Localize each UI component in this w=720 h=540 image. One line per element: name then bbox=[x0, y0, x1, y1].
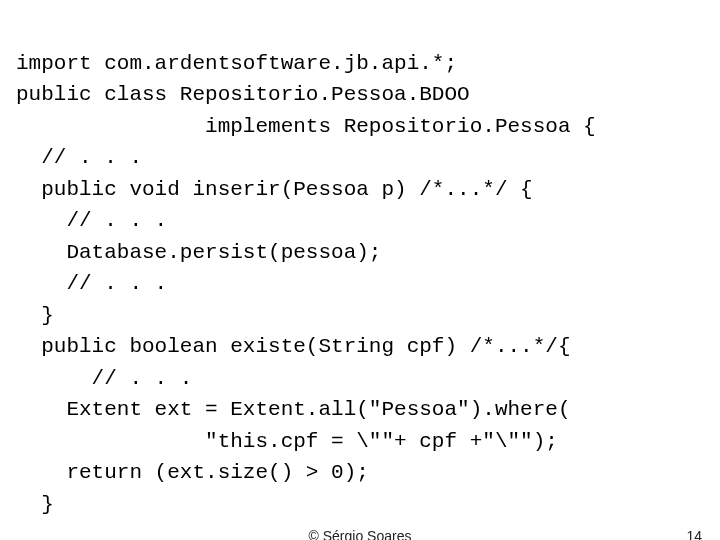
code-line: import com.ardentsoftware.jb.api.*; bbox=[16, 52, 457, 75]
code-line: // . . . bbox=[16, 146, 142, 169]
code-block: import com.ardentsoftware.jb.api.*; publ… bbox=[0, 0, 720, 520]
code-line: // . . . bbox=[16, 272, 167, 295]
code-line: public void inserir(Pessoa p) /*...*/ { bbox=[16, 178, 533, 201]
code-line: Database.persist(pessoa); bbox=[16, 241, 381, 264]
code-line: } bbox=[16, 304, 54, 327]
page-number: 14 bbox=[686, 526, 702, 540]
code-line: public class Repositorio.Pessoa.BDOO bbox=[16, 83, 470, 106]
code-line: return (ext.size() > 0); bbox=[16, 461, 369, 484]
code-line: implements Repositorio.Pessoa { bbox=[16, 115, 596, 138]
copyright-text: © Sérgio Soares bbox=[309, 526, 412, 540]
code-line: Extent ext = Extent.all("Pessoa").where( bbox=[16, 398, 571, 421]
code-line: } bbox=[16, 493, 54, 516]
code-line: // . . . bbox=[16, 367, 192, 390]
code-line: "this.cpf = \""+ cpf +"\""); bbox=[16, 430, 558, 453]
code-line: // . . . bbox=[16, 209, 167, 232]
code-line: public boolean existe(String cpf) /*...*… bbox=[16, 335, 571, 358]
